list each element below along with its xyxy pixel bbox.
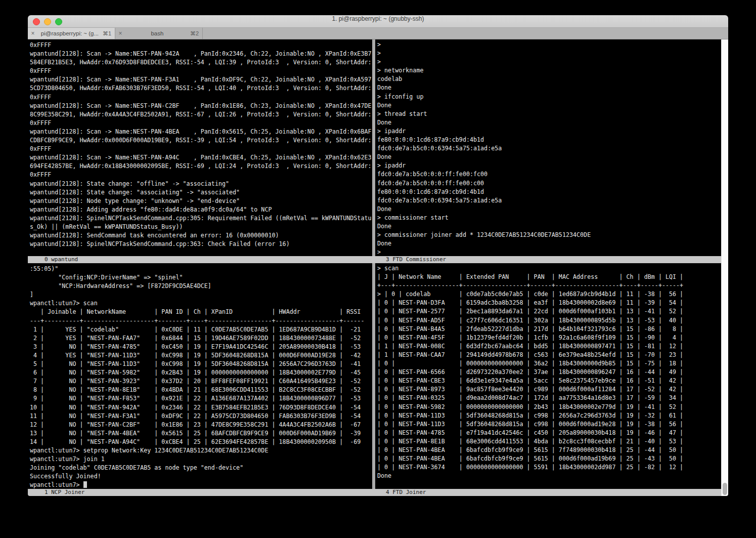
tab-pi-raspberrypi[interactable]: × pi@raspberrypi: ~ (g... ⌘1 — [28, 28, 115, 39]
pane-status-bar-top: 0 wpantund 3 FTD Commissioner — [28, 256, 721, 263]
scrollbar-thumb[interactable] — [723, 483, 727, 495]
terminal-window: 1. pi@raspberrypi: ~ (gnubby-ssh) × pi@r… — [28, 15, 728, 496]
pane-title-ftd-commissioner: 3 FTD Commissioner — [386, 256, 446, 263]
pane-title-ncp-joiner: 1 NCP Joiner — [45, 489, 84, 496]
pane-ncp-joiner[interactable]: :55:05)" "Config:NCP:DriverName" => "spi… — [28, 263, 372, 489]
tab-bar-empty-area — [203, 28, 728, 39]
tab-bar: × pi@raspberrypi: ~ (g... ⌘1 × bash ⌘2 — [28, 28, 728, 39]
tab-label: bash — [125, 30, 189, 36]
tab-shortcut: ⌘2 — [189, 30, 202, 37]
pane-ftd-joiner[interactable]: > scan | J | Network Name | Extended PAN… — [375, 263, 721, 489]
tab-close-icon[interactable]: × — [115, 30, 125, 37]
shell-prompt: wpanctl:utun7> — [30, 481, 83, 488]
terminal-content: 0xFFFF wpantund[2128]: Scan -> Name:NEST… — [28, 39, 728, 496]
scrollbar[interactable] — [721, 39, 728, 496]
tab-label: pi@raspberrypi: ~ (g... — [38, 30, 102, 36]
pane-title-wpantund: 0 wpantund — [45, 256, 78, 263]
window-titlebar[interactable]: 1. pi@raspberrypi: ~ (gnubby-ssh) — [28, 15, 728, 28]
pane-ftd-commissioner[interactable]: > > > > networkname codelab Done > ifcon… — [375, 39, 721, 256]
shell-prompt-line[interactable]: wpanctl:utun7> — [30, 481, 372, 489]
terminal-cursor — [83, 481, 87, 488]
tab-shortcut: ⌘1 — [102, 30, 115, 37]
pane-status-bar-bottom: 1 NCP Joiner 4 FTD Joiner — [28, 489, 721, 496]
tab-bash[interactable]: × bash ⌘2 — [115, 28, 203, 39]
ncp-joiner-output: :55:05)" "Config:NCP:DriverName" => "spi… — [30, 265, 372, 481]
window-title: 1. pi@raspberrypi: ~ (gnubby-ssh) — [28, 15, 728, 28]
tab-close-icon[interactable]: × — [28, 30, 38, 37]
pane-wpantund-log[interactable]: 0xFFFF wpantund[2128]: Scan -> Name:NEST… — [28, 39, 372, 256]
desktop-background: 1. pi@raspberrypi: ~ (gnubby-ssh) × pi@r… — [0, 0, 756, 538]
pane-title-ftd-joiner: 4 FTD Joiner — [386, 489, 426, 496]
